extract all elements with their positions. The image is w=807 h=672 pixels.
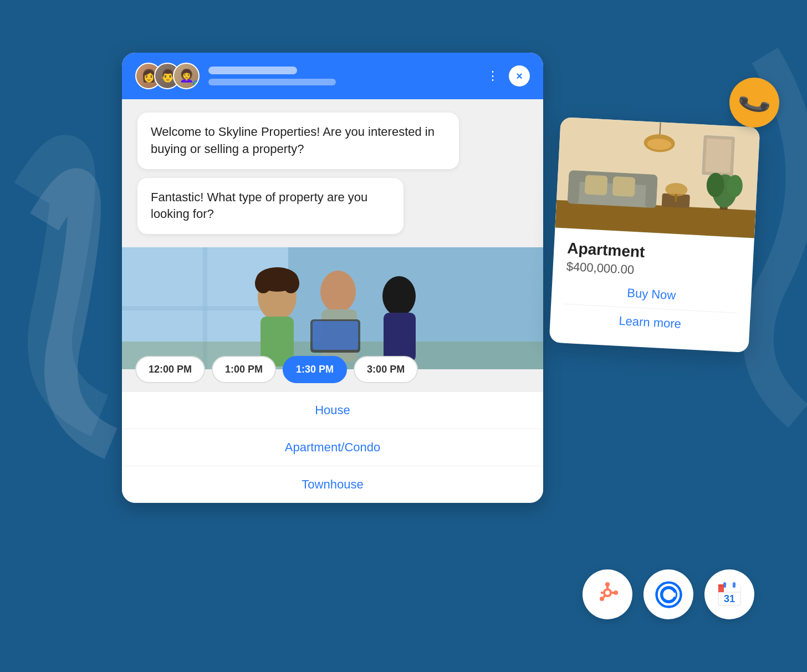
close-button[interactable]: × — [509, 65, 530, 86]
svg-rect-52 — [733, 582, 736, 588]
svg-rect-24 — [585, 175, 608, 195]
integrations-container: 31 — [583, 569, 754, 619]
svg-point-40 — [614, 590, 618, 595]
calendly-icon[interactable] — [643, 569, 693, 619]
phone-icon: 📞 — [736, 84, 773, 121]
header-name-placeholder — [208, 67, 297, 74]
svg-line-43 — [604, 595, 605, 597]
message-bubble-2: Fantastic! What type of property are you… — [137, 178, 404, 235]
chat-header: 👩 👨 👩‍🦱 ⋮ × — [122, 53, 543, 99]
svg-point-37 — [605, 590, 610, 595]
property-card-image — [555, 117, 760, 238]
svg-rect-13 — [384, 313, 416, 362]
online-indicator — [193, 80, 200, 87]
svg-rect-56 — [718, 584, 724, 587]
property-item-apartment[interactable]: Apartment/Condo — [122, 429, 543, 466]
time-slot-0[interactable]: 12:00 PM — [135, 356, 205, 383]
svg-rect-15 — [313, 321, 358, 350]
time-slot-2[interactable]: 1:30 PM — [283, 356, 347, 383]
property-card: Apartment $400,000.00 Buy Now Learn more — [549, 117, 760, 353]
svg-point-42 — [605, 582, 610, 587]
svg-point-44 — [600, 597, 604, 601]
time-slot-1[interactable]: 1:00 PM — [212, 356, 276, 383]
more-options-button[interactable]: ⋮ — [487, 69, 500, 83]
header-subtitle-placeholder — [208, 79, 336, 85]
svg-text:31: 31 — [724, 593, 735, 604]
svg-point-8 — [283, 273, 299, 293]
svg-point-12 — [382, 276, 416, 316]
google-calendar-icon[interactable]: 31 — [704, 569, 754, 619]
svg-rect-22 — [568, 173, 580, 204]
chat-container: 👩 👨 👩‍🦱 ⋮ × Welcome to Skyline Propertie… — [122, 53, 543, 503]
photo-background — [122, 247, 543, 369]
property-card-content: Apartment $400,000.00 Buy Now Learn more — [549, 228, 754, 353]
time-slot-3[interactable]: 3:00 PM — [354, 356, 418, 383]
header-actions: ⋮ × — [487, 65, 530, 86]
property-type-list: House Apartment/Condo Townhouse — [122, 392, 543, 503]
photo-section — [122, 247, 543, 369]
property-item-house[interactable]: House — [122, 392, 543, 429]
svg-point-7 — [255, 273, 272, 293]
avatar: 👩‍🦱 — [173, 63, 200, 89]
hubspot-icon[interactable] — [583, 569, 632, 619]
chat-messages: Welcome to Skyline Properties! Are you i… — [122, 99, 543, 247]
svg-rect-19 — [705, 139, 732, 173]
svg-rect-28 — [675, 194, 677, 202]
svg-rect-25 — [612, 176, 636, 197]
avatar-stack: 👩 👨 👩‍🦱 — [135, 63, 200, 89]
call-button[interactable]: 📞 — [729, 78, 779, 128]
svg-rect-23 — [645, 177, 658, 208]
svg-point-10 — [320, 271, 356, 313]
message-bubble-1: Welcome to Skyline Properties! Are you i… — [137, 113, 459, 169]
property-item-townhouse[interactable]: Townhouse — [122, 466, 543, 503]
header-text-area — [208, 67, 478, 85]
time-slots-container: 12:00 PM 1:00 PM 1:30 PM 3:00 PM — [122, 356, 543, 383]
